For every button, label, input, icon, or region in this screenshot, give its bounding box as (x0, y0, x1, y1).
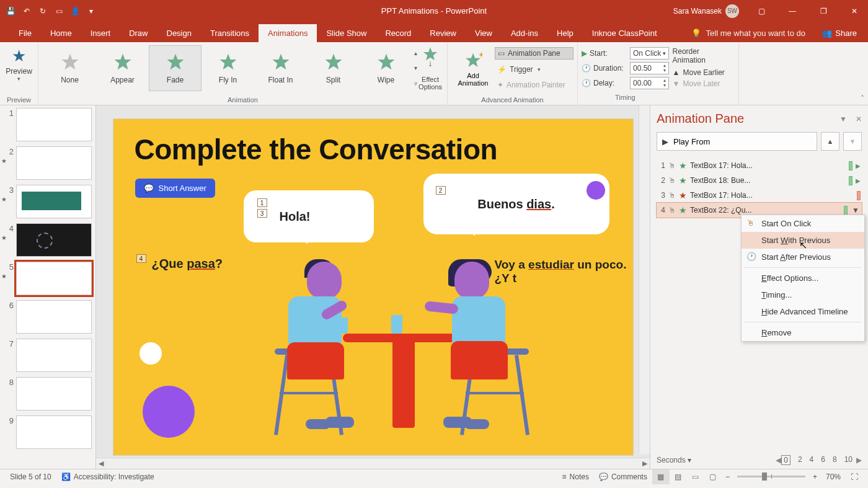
minimize-icon[interactable]: — (779, 0, 806, 22)
scroll-left-icon[interactable]: ◀ (96, 459, 106, 468)
tab-slideshow[interactable]: Slide Show (317, 24, 376, 42)
white-circle[interactable] (140, 342, 162, 365)
tab-transitions[interactable]: Transitions (201, 24, 259, 42)
anim-tag-2[interactable]: 2 (436, 186, 446, 195)
pane-close-icon[interactable]: ✕ (856, 115, 862, 123)
tab-animations[interactable]: Animations (259, 24, 317, 42)
anim-list-row[interactable]: 3🖱★TextBox 17: Hola... (657, 188, 862, 203)
view-slideshow-icon[interactable]: ▢ (704, 469, 722, 484)
reorder-up-button[interactable]: ▲ (821, 132, 839, 151)
tab-design[interactable]: Design (157, 24, 201, 42)
short-answer-button[interactable]: 💬 Short Answer (135, 179, 215, 198)
duration-label: Duration: (593, 64, 624, 73)
view-normal-icon[interactable]: ▦ (652, 469, 670, 484)
pane-dropdown-icon[interactable]: ▼ (839, 115, 847, 123)
timeline-left-icon[interactable]: ◀ (776, 456, 781, 464)
save-icon[interactable]: 💾 (5, 6, 16, 17)
ribbon-display-icon[interactable]: ▢ (748, 0, 775, 22)
animation-gallery-more[interactable]: ▴▾▿ (414, 45, 417, 91)
ctx-timing[interactable]: Timing... (742, 286, 864, 303)
tab-addins[interactable]: Add-ins (502, 24, 547, 42)
scrollbar-vertical[interactable] (639, 105, 650, 454)
status-slide[interactable]: Slide 5 of 10 (5, 469, 56, 484)
avatar[interactable]: SW (725, 4, 739, 18)
ctx-effect-options[interactable]: Effect Options... (742, 270, 864, 286)
tab-home[interactable]: Home (41, 24, 81, 42)
animation-pane-button[interactable]: ▭Animation Pane (495, 47, 574, 60)
move-earlier-button[interactable]: ▲Move Earlier (673, 68, 731, 77)
anim-effect-appear[interactable]: Appear (96, 45, 149, 91)
illustration[interactable] (275, 262, 535, 448)
tab-draw[interactable]: Draw (120, 24, 157, 42)
svg-marker-1 (114, 54, 131, 70)
tab-help[interactable]: Help (547, 24, 583, 42)
tell-me[interactable]: 💡 Tell me what you want to do (691, 29, 805, 42)
ctx-start-after-previous[interactable]: 🕐Start After Previous (742, 249, 864, 265)
duration-input[interactable]: 00.50▴▾ (630, 62, 669, 74)
anim-effect-fly-in[interactable]: Fly In (202, 45, 254, 91)
anim-effect-float-in[interactable]: Float In (254, 45, 307, 91)
trigger-button[interactable]: ⚡Trigger▾ (495, 64, 574, 75)
redo-icon[interactable]: ↻ (37, 6, 48, 17)
purple-circle-large[interactable] (143, 386, 195, 438)
ctx-hide-timeline[interactable]: Hide Advanced Timeline (742, 303, 864, 320)
fit-window-icon[interactable]: ⛶ (846, 469, 863, 484)
delay-input[interactable]: 00.00▴▾ (630, 77, 669, 89)
anim-tag-1[interactable]: 1 (257, 198, 267, 207)
status-comments[interactable]: 💬Comments (594, 469, 652, 484)
group-label-preview: Preview (7, 95, 31, 104)
play-from-button[interactable]: ▶ Play From (657, 132, 817, 151)
zoom-out-icon[interactable]: − (722, 472, 733, 481)
share-button[interactable]: 👥 Share (822, 29, 857, 42)
anim-list-row[interactable]: 2🖱★TextBox 18: Bue...▶ (657, 173, 862, 188)
status-accessibility[interactable]: ♿ Accessibility: Investigate (56, 469, 159, 484)
move-later-button[interactable]: ▼Move Later (673, 79, 731, 88)
zoom-in-icon[interactable]: + (809, 472, 821, 481)
tab-view[interactable]: View (466, 24, 502, 42)
view-sorter-icon[interactable]: ▤ (670, 469, 687, 484)
ctx-start-on-click[interactable]: 🖱Start On Click (742, 215, 864, 232)
scroll-right-icon[interactable]: ▶ (640, 459, 650, 468)
add-animation-button[interactable]: ✦ Add Animation (451, 44, 495, 94)
anim-tag-4[interactable]: 4 (136, 254, 146, 263)
anim-effect-fade[interactable]: Fade (149, 45, 202, 91)
effect-options-button[interactable]: ↓ Effect Options (418, 45, 442, 91)
status-notes[interactable]: ≡Notes (557, 469, 594, 484)
text-que-pasa[interactable]: ¿Que pasa? (152, 257, 223, 271)
touch-icon[interactable]: 👤 (69, 6, 81, 17)
scrollbar-horizontal[interactable]: ◀ ▶ (96, 458, 650, 469)
view-reading-icon[interactable]: ▭ (687, 469, 704, 484)
undo-icon[interactable]: ↶ (21, 6, 32, 17)
anim-list-row[interactable]: 1🖱★TextBox 17: Hola...▶ (657, 158, 862, 173)
preview-button[interactable]: ★ Preview ▾ (6, 44, 32, 82)
que-post: ? (215, 257, 223, 270)
ctx-remove[interactable]: Remove (742, 324, 864, 341)
slide-canvas[interactable]: Complete the Conversation 💬 Short Answer… (113, 119, 633, 455)
tab-record[interactable]: Record (376, 24, 420, 42)
anim-effect-split[interactable]: Split (307, 45, 360, 91)
from-beginning-icon[interactable]: ▭ (53, 6, 64, 17)
tab-classpoint[interactable]: Inknoe ClassPoint (583, 24, 666, 42)
collapse-ribbon-icon[interactable]: ˄ (861, 94, 864, 103)
tab-insert[interactable]: Insert (81, 24, 120, 42)
tab-review[interactable]: Review (420, 24, 466, 42)
qat-more-icon[interactable]: ▾ (86, 6, 97, 17)
speech-bubble-2[interactable]: Buenos dias. (423, 174, 609, 234)
purple-circle-small[interactable] (587, 181, 605, 200)
ctx-start-with-previous[interactable]: Start With Previous (742, 232, 864, 249)
anim-effect-wipe[interactable]: Wipe (360, 45, 412, 91)
restore-icon[interactable]: ❐ (810, 0, 837, 22)
reorder-down-button[interactable]: ▼ (843, 132, 862, 151)
timeline-right-icon[interactable]: ▶ (856, 456, 862, 464)
anim-tag-3[interactable]: 3 (257, 209, 267, 218)
slide-title[interactable]: Complete the Conversation (135, 133, 498, 166)
start-select[interactable]: On Click▾ (630, 47, 669, 60)
anim-effect-none[interactable]: None (43, 45, 96, 91)
user-name[interactable]: Sara Wanasek (673, 7, 722, 16)
slide-thumbnails[interactable]: 1 2★ 3★ 4★ 5★ 6 7 8 9 (0, 105, 96, 469)
zoom-level[interactable]: 70% (821, 469, 846, 484)
animation-painter-button[interactable]: ✦Animation Painter (495, 79, 574, 91)
close-icon[interactable]: ✕ (841, 0, 868, 22)
zoom-slider[interactable] (737, 476, 805, 477)
tab-file[interactable]: File (9, 24, 41, 42)
